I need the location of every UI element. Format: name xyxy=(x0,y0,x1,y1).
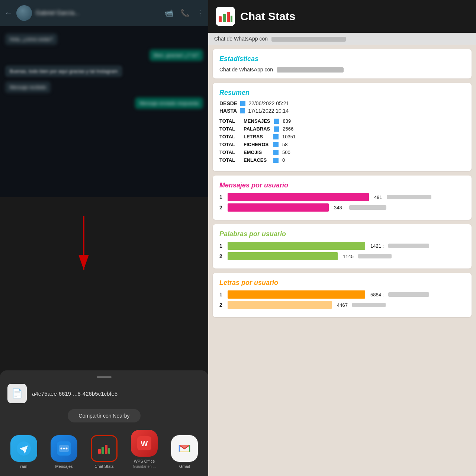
desde-label: DESDE xyxy=(219,100,237,106)
hasta-value: 17/11/2022 10:14 xyxy=(248,108,289,114)
bar-fill-2 xyxy=(228,301,332,309)
bar-blurred-2 xyxy=(352,303,386,307)
bar-row-1: 1 491 xyxy=(219,193,465,201)
hasta-row: HASTA 17/11/2022 10:14 xyxy=(219,108,465,114)
svg-rect-17 xyxy=(223,14,226,22)
bar-num: 2 xyxy=(219,205,225,210)
stat-key: TOTAL xyxy=(219,157,240,163)
chat-subtitle-text: Chat de WhatsApp con xyxy=(214,36,268,42)
app-label-gmail: Gmail xyxy=(179,464,190,469)
letras-title: Letras por usuario xyxy=(219,279,465,287)
left-panel: ← Gabriel García... 📹 📞 ⋮ Hola, ¿cómo es… xyxy=(0,0,208,476)
bar-num: 1 xyxy=(219,292,225,298)
app-item-wps[interactable]: W WPS Office Guardar en ... xyxy=(128,430,161,469)
bar-fill-2 xyxy=(228,252,338,260)
app-label-wps: WPS Office xyxy=(134,459,155,463)
svg-point-7 xyxy=(66,448,68,450)
stat-val: 2566 xyxy=(283,126,293,132)
table-row: TOTAL ENLACES 0 xyxy=(219,157,465,163)
chat-header: ← Gabriel García... 📹 📞 ⋮ xyxy=(0,0,208,26)
stat-key: TOTAL xyxy=(219,149,240,155)
bar-value-1: 1421 : xyxy=(370,243,384,249)
phone-icon[interactable]: 📞 xyxy=(180,9,190,17)
more-options-icon[interactable]: ⋮ xyxy=(196,9,204,17)
app-item-chatstats[interactable]: Chat Stats xyxy=(87,435,121,469)
resumen-card: Resumen DESDE 22/06/2022 05:21 HASTA 17/… xyxy=(213,83,472,171)
video-call-icon[interactable]: 📹 xyxy=(164,9,174,17)
header-icons: 📹 📞 ⋮ xyxy=(164,9,204,17)
bar-num: 1 xyxy=(219,194,225,200)
svg-point-5 xyxy=(61,448,62,450)
stat-subkey: ENLACES xyxy=(244,157,270,163)
app-item-gmail[interactable]: Gmail xyxy=(168,435,201,469)
share-file-row: 📄 a4e75aee-6619-...8-426b5c1cbfe5 xyxy=(0,384,208,409)
table-row: TOTAL FICHEROS 58 xyxy=(219,142,465,147)
bar-row-2: 2 348 : xyxy=(219,203,465,212)
wps-app-icon: W xyxy=(131,430,158,457)
stat-val: 839 xyxy=(283,118,291,124)
message-bubble: Hola, ¿cómo estás? xyxy=(5,33,57,45)
app-item-telegram[interactable]: ram xyxy=(7,435,41,469)
svg-rect-18 xyxy=(227,12,230,22)
chat-area: ← Gabriel García... 📹 📞 ⋮ Hola, ¿cómo es… xyxy=(0,0,208,197)
message-bubble: Mensaje recibido xyxy=(5,81,51,93)
bar-row-1: 1 5884 : xyxy=(219,290,465,299)
svg-rect-12 xyxy=(108,448,110,454)
desde-row: DESDE 22/06/2022 05:21 xyxy=(219,100,465,106)
stat-subkey: PALABRAS xyxy=(244,126,270,132)
nearby-share-button[interactable]: Compartir con Nearby xyxy=(68,409,141,422)
right-panel: Chat Stats Chat de WhatsApp con Estadíst… xyxy=(208,0,476,476)
bar-fill-2 xyxy=(228,203,329,212)
stat-dot xyxy=(273,150,279,155)
table-row: TOTAL MENSAJES 839 xyxy=(219,118,465,124)
stat-val: 58 xyxy=(282,142,287,147)
chatstats-app-icon xyxy=(91,435,118,462)
stat-key: TOTAL xyxy=(219,118,240,124)
stat-val: 500 xyxy=(282,149,290,155)
stats-scroll[interactable]: Estadísticas Chat de WhatsApp con Resume… xyxy=(208,45,476,476)
bar-row-2: 2 1145 xyxy=(219,252,465,260)
back-arrow-icon[interactable]: ← xyxy=(4,8,13,18)
bar-blurred-1 xyxy=(387,195,431,199)
arrow-indicator xyxy=(69,216,99,277)
table-row: TOTAL EMOJIS 500 xyxy=(219,149,465,155)
table-row: TOTAL LETRAS 10351 xyxy=(219,134,465,139)
file-icon: 📄 xyxy=(7,384,27,403)
estadisticas-card: Estadísticas Chat de WhatsApp con xyxy=(213,49,472,78)
bar-row-1: 1 1421 : xyxy=(219,242,465,250)
svg-rect-10 xyxy=(102,447,104,454)
bar-row-2: 2 4467 xyxy=(219,301,465,309)
stat-key: TOTAL xyxy=(219,134,240,139)
mensajes-card: Mensajes por usuario 1 491 2 348 : xyxy=(213,176,472,220)
svg-text:W: W xyxy=(141,440,148,448)
svg-rect-9 xyxy=(98,449,101,454)
estadisticas-title: Estadísticas xyxy=(219,55,465,63)
palabras-title: Palabras por usuario xyxy=(219,230,465,238)
stat-dot xyxy=(273,158,279,163)
app-item-messages[interactable]: Mensajes xyxy=(47,435,81,469)
file-name: a4e75aee-6619-...8-426b5c1cbfe5 xyxy=(32,390,118,397)
stat-dot xyxy=(274,126,279,132)
app-sublabel-wps: Guardar en ... xyxy=(133,464,156,469)
chat-subtitle-bar: Chat de WhatsApp con xyxy=(208,33,476,45)
stat-subkey: MENSAJES xyxy=(244,118,270,124)
svg-rect-19 xyxy=(231,16,232,22)
stat-val: 10351 xyxy=(282,134,296,139)
contact-info: Gabriel García... xyxy=(36,10,161,16)
resumen-title: Resumen xyxy=(219,89,465,97)
sheet-handle xyxy=(97,376,112,378)
contact-name: Gabriel García... xyxy=(36,10,161,16)
desde-value: 22/06/2022 05:21 xyxy=(248,100,289,106)
avatar xyxy=(16,5,32,21)
bar-value-1: 5884 : xyxy=(370,292,384,298)
letras-card: Letras por usuario 1 5884 : 2 4467 xyxy=(213,273,472,317)
app-label-telegram: ram xyxy=(20,464,28,469)
subtitle-blurred xyxy=(271,37,346,42)
stats-table: TOTAL MENSAJES 839 TOTAL PALABRAS 2566 T… xyxy=(219,118,465,163)
app-header: Chat Stats xyxy=(208,0,476,33)
stat-dot xyxy=(274,119,279,124)
message-bubble: Mensaje enviado respuesta xyxy=(135,97,203,109)
message-bubble: Buenas, todo bien por aquí gracias y tal… xyxy=(5,65,122,77)
chat-messages: Hola, ¿cómo estás? Bien, gracias! ¿Y tú?… xyxy=(0,26,208,197)
estadisticas-label-text: Chat de WhatsApp con xyxy=(219,67,273,73)
